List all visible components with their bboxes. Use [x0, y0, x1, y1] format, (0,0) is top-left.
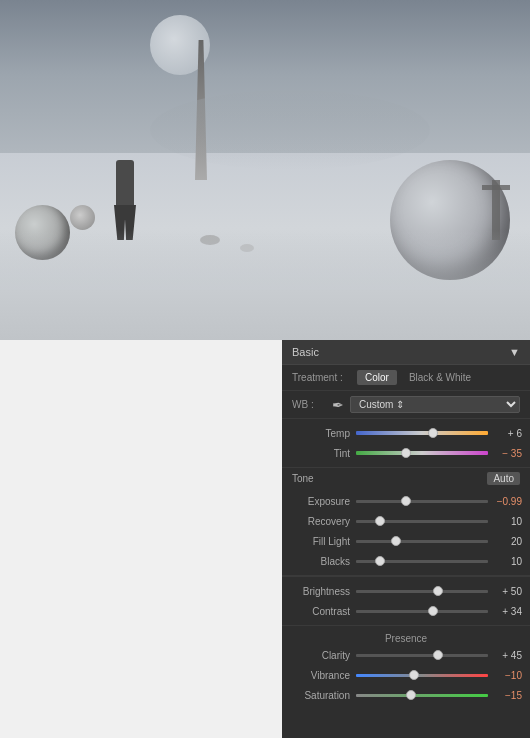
- recovery-track[interactable]: [356, 520, 488, 523]
- vibrance-track[interactable]: [356, 674, 488, 677]
- blacks-label: Blacks: [290, 556, 350, 567]
- brightness-slider-row: Brightness + 50: [282, 581, 530, 601]
- presence-section: Presence Clarity + 45 Vibrance −10 Satur…: [282, 626, 530, 709]
- presence-title: Presence: [282, 630, 530, 645]
- recovery-value: 10: [494, 516, 522, 527]
- sphere-tiny-mid: [70, 205, 95, 230]
- recovery-label: Recovery: [290, 516, 350, 527]
- clarity-thumb[interactable]: [433, 650, 443, 660]
- brightness-value: + 50: [494, 586, 522, 597]
- temp-slider-row: Temp + 6: [282, 423, 530, 443]
- fill-light-label: Fill Light: [290, 536, 350, 547]
- blacks-thumb[interactable]: [375, 556, 385, 566]
- blacks-track[interactable]: [356, 560, 488, 563]
- figure-body: [116, 160, 134, 205]
- color-treatment-button[interactable]: Color: [357, 370, 397, 385]
- wb-sliders-section: Temp + 6 Tint − 35: [282, 419, 530, 468]
- temp-value: + 6: [494, 428, 522, 439]
- recovery-thumb[interactable]: [375, 516, 385, 526]
- wb-row: WB : ✒ Custom ⇕ As Shot Auto Daylight Cl…: [282, 391, 530, 419]
- exposure-slider-row: Exposure −0.99: [282, 491, 530, 511]
- contrast-track[interactable]: [356, 610, 488, 613]
- clarity-slider-row: Clarity + 45: [282, 645, 530, 665]
- vibrance-label: Vibrance: [290, 670, 350, 681]
- eyedropper-icon[interactable]: ✒: [332, 397, 344, 413]
- clarity-track[interactable]: [356, 654, 488, 657]
- tint-value: − 35: [494, 448, 522, 459]
- tone-sliders-section: Exposure −0.99 Recovery 10 Fill Light 20…: [282, 487, 530, 576]
- panel-header: Basic ▼: [282, 340, 530, 365]
- auto-button[interactable]: Auto: [487, 472, 520, 485]
- tint-slider-row: Tint − 35: [282, 443, 530, 463]
- figure: [110, 160, 140, 240]
- structure-h: [482, 185, 510, 190]
- brightness-thumb[interactable]: [433, 586, 443, 596]
- saturation-track[interactable]: [356, 694, 488, 697]
- contrast-slider-row: Contrast + 34: [282, 601, 530, 621]
- clarity-value: + 45: [494, 650, 522, 661]
- brightness-contrast-section: Brightness + 50 Contrast + 34: [282, 576, 530, 626]
- tone-header: Tone Auto: [282, 468, 530, 487]
- wb-label: WB :: [292, 399, 332, 410]
- exposure-value: −0.99: [494, 496, 522, 507]
- vibrance-slider-row: Vibrance −10: [282, 665, 530, 685]
- contrast-thumb[interactable]: [428, 606, 438, 616]
- fill-light-track[interactable]: [356, 540, 488, 543]
- exposure-track[interactable]: [356, 500, 488, 503]
- tone-title: Tone: [292, 473, 314, 484]
- saturation-slider-row: Saturation −15: [282, 685, 530, 705]
- blacks-slider-row: Blacks 10: [282, 551, 530, 571]
- treatment-label: Treatment :: [292, 372, 357, 383]
- saturation-label: Saturation: [290, 690, 350, 701]
- bw-treatment-button[interactable]: Black & White: [401, 370, 479, 385]
- wb-select[interactable]: Custom ⇕ As Shot Auto Daylight Cloudy Sh…: [350, 396, 520, 413]
- temp-thumb[interactable]: [428, 428, 438, 438]
- city-haze: [150, 90, 430, 170]
- ground-haze: [0, 230, 530, 290]
- saturation-value: −15: [494, 690, 522, 701]
- panel-title: Basic: [292, 346, 319, 358]
- fill-light-value: 20: [494, 536, 522, 547]
- fill-light-thumb[interactable]: [391, 536, 401, 546]
- vibrance-value: −10: [494, 670, 522, 681]
- fill-light-slider-row: Fill Light 20: [282, 531, 530, 551]
- basic-panel: Basic ▼ Treatment : Color Black & White …: [282, 340, 530, 738]
- brightness-label: Brightness: [290, 586, 350, 597]
- tint-track[interactable]: [356, 451, 488, 455]
- photo-canvas: [0, 0, 530, 340]
- empty-left-panel: [0, 340, 282, 738]
- tint-thumb[interactable]: [401, 448, 411, 458]
- treatment-row: Treatment : Color Black & White: [282, 365, 530, 391]
- panel-arrow[interactable]: ▼: [509, 346, 520, 358]
- temp-label: Temp: [290, 428, 350, 439]
- contrast-value: + 34: [494, 606, 522, 617]
- blacks-value: 10: [494, 556, 522, 567]
- tint-label: Tint: [290, 448, 350, 459]
- exposure-thumb[interactable]: [401, 496, 411, 506]
- contrast-label: Contrast: [290, 606, 350, 617]
- exposure-label: Exposure: [290, 496, 350, 507]
- clarity-label: Clarity: [290, 650, 350, 661]
- vibrance-thumb[interactable]: [409, 670, 419, 680]
- recovery-slider-row: Recovery 10: [282, 511, 530, 531]
- brightness-track[interactable]: [356, 590, 488, 593]
- temp-track[interactable]: [356, 431, 488, 435]
- saturation-thumb[interactable]: [406, 690, 416, 700]
